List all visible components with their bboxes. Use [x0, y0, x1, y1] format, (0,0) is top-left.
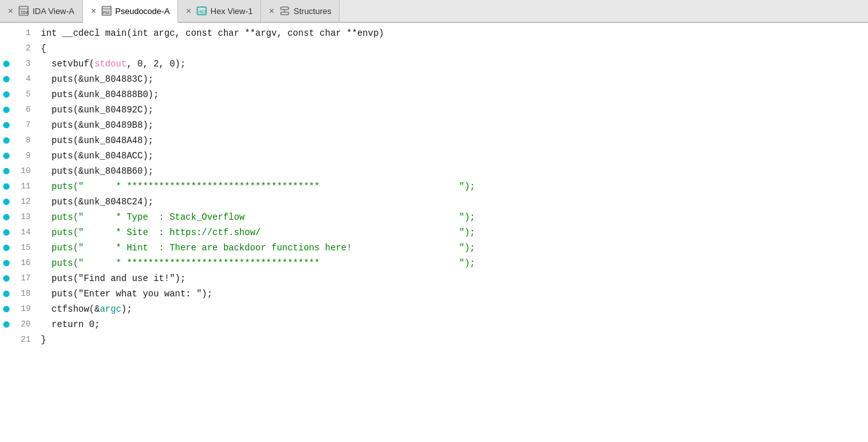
- line-content-20[interactable]: return 0;: [38, 317, 868, 332]
- svg-text:HEX: HEX: [198, 10, 207, 15]
- hex-view-icon: HEX: [197, 6, 207, 16]
- code-line-11: 11 puts(" * ****************************…: [0, 179, 868, 194]
- code-line-7: 7 puts(&unk_80489B8);: [0, 118, 868, 133]
- code-line-16: 16 puts(" * ****************************…: [0, 255, 868, 271]
- line-content-18[interactable]: puts("Enter what you want: ");: [38, 286, 868, 301]
- structures-icon: [280, 6, 290, 16]
- linenum-3: 3: [13, 56, 38, 72]
- svg-rect-9: [281, 12, 288, 15]
- line-content-6[interactable]: puts(&unk_804892C);: [38, 102, 868, 118]
- line-content-5[interactable]: puts(&unk_804888B0);: [38, 87, 868, 102]
- tab-pseudo-label: Pseudocode-A: [116, 6, 170, 16]
- code-line-9: 9 puts(&unk_8048ACC);: [0, 148, 868, 164]
- line-content-15[interactable]: puts(" * Hint : There are backdoor funct…: [38, 240, 868, 255]
- svg-text:IDA: IDA: [20, 10, 29, 15]
- code-line-15: 15 puts(" * Hint : There are backdoor fu…: [0, 240, 868, 255]
- linenum-8: 8: [13, 133, 38, 148]
- code-line-6: 6 puts(&unk_804892C);: [0, 102, 868, 118]
- bullet-20: [0, 321, 13, 328]
- code-line-8: 8 puts(&unk_8048A48);: [0, 133, 868, 148]
- line-content-14[interactable]: puts(" * Site : https://ctf.show/ ");: [38, 225, 868, 240]
- bullet-10: [0, 168, 13, 174]
- code-line-14: 14 puts(" * Site : https://ctf.show/ ");: [0, 225, 868, 240]
- line-content-4[interactable]: puts(&unk_804883C);: [38, 72, 868, 87]
- bullet-14: [0, 229, 13, 236]
- bullet-4: [0, 76, 13, 82]
- tab-close-struct[interactable]: ✕: [269, 7, 274, 15]
- bullet-7: [0, 122, 13, 128]
- line-content-10[interactable]: puts(&unk_8048B60);: [38, 164, 868, 179]
- code-line-18: 18 puts("Enter what you want: ");: [0, 286, 868, 301]
- tab-hex-label: Hex View-1: [211, 6, 253, 16]
- code-line-5: 5 puts(&unk_804888B0);: [0, 87, 868, 102]
- tab-ida-label: IDA View-A: [33, 6, 75, 16]
- tab-structures[interactable]: ✕ Structures: [261, 0, 340, 22]
- tab-pseudocode[interactable]: ✕ PSE Pseudocode-A: [83, 0, 178, 23]
- linenum-7: 7: [13, 118, 38, 133]
- pseudocode-icon: PSE: [101, 6, 112, 16]
- code-line-2: 2 {: [0, 41, 868, 56]
- tab-struct-label: Structures: [294, 6, 331, 16]
- line-content-8[interactable]: puts(&unk_8048A48);: [38, 133, 868, 148]
- code-line-12: 12 puts(&unk_8048C24);: [0, 194, 868, 210]
- linenum-17: 17: [13, 271, 38, 286]
- bullet-19: [0, 306, 13, 312]
- linenum-5: 5: [13, 87, 38, 102]
- bullet-11: [0, 183, 13, 190]
- linenum-2: 2: [13, 41, 38, 56]
- linenum-12: 12: [13, 194, 38, 210]
- bullet-16: [0, 260, 13, 266]
- bullet-9: [0, 153, 13, 159]
- code-line-17: 17 puts("Find and use it!");: [0, 271, 868, 286]
- tab-close-pseudo[interactable]: ✕: [91, 7, 96, 15]
- code-line-19: 19 ctfshow(&argc);: [0, 301, 868, 317]
- line-content-3[interactable]: setvbuf(stdout, 0, 2, 0);: [38, 56, 868, 72]
- bullet-18: [0, 291, 13, 297]
- line-content-11[interactable]: puts(" * *******************************…: [38, 179, 868, 194]
- bullet-15: [0, 245, 13, 251]
- svg-rect-8: [281, 7, 288, 10]
- line-content-13[interactable]: puts(" * Type : Stack_Overflow ");: [38, 210, 868, 225]
- linenum-11: 11: [13, 179, 38, 194]
- line-content-16[interactable]: puts(" * *******************************…: [38, 255, 868, 271]
- bullet-17: [0, 275, 13, 282]
- svg-text:PSE: PSE: [103, 10, 110, 15]
- code-line-1: 1 int __cdecl main(int argc, const char …: [0, 26, 868, 41]
- line-content-2[interactable]: {: [38, 41, 868, 56]
- linenum-16: 16: [13, 255, 38, 271]
- tab-close-ida[interactable]: ✕: [8, 7, 13, 15]
- linenum-18: 18: [13, 286, 38, 301]
- line-content-12[interactable]: puts(&unk_8048C24);: [38, 194, 868, 210]
- bullet-12: [0, 199, 13, 205]
- code-line-13: 13 puts(" * Type : Stack_Overflow ");: [0, 210, 868, 225]
- code-line-3: 3 setvbuf(stdout, 0, 2, 0);: [0, 56, 868, 72]
- linenum-20: 20: [13, 317, 38, 332]
- bullet-13: [0, 214, 13, 220]
- line-content-1[interactable]: int __cdecl main(int argc, const char **…: [38, 26, 868, 41]
- linenum-1: 1: [13, 26, 38, 41]
- line-content-19[interactable]: ctfshow(&argc);: [38, 301, 868, 317]
- tab-ida-view[interactable]: ✕ IDA IDA View-A: [0, 0, 83, 22]
- tab-bar: ✕ IDA IDA View-A ✕ PSE Pseudocode-A ✕ HE…: [0, 0, 868, 23]
- code-area: 1 int __cdecl main(int argc, const char …: [0, 23, 868, 442]
- line-content-21[interactable]: }: [38, 332, 868, 347]
- tab-hex-view[interactable]: ✕ HEX Hex View-1: [178, 0, 261, 22]
- tab-close-hex[interactable]: ✕: [186, 7, 191, 15]
- code-line-4: 4 puts(&unk_804883C);: [0, 72, 868, 87]
- line-content-7[interactable]: puts(&unk_80489B8);: [38, 118, 868, 133]
- linenum-21: 21: [13, 332, 38, 347]
- linenum-15: 15: [13, 240, 38, 255]
- code-line-21: 21 }: [0, 332, 868, 347]
- bullet-5: [0, 91, 13, 98]
- ida-view-icon: IDA: [19, 6, 29, 16]
- bullet-8: [0, 137, 13, 144]
- linenum-10: 10: [13, 164, 38, 179]
- code-line-20: 20 return 0;: [0, 317, 868, 332]
- bullet-3: [0, 61, 13, 67]
- linenum-14: 14: [13, 225, 38, 240]
- linenum-9: 9: [13, 148, 38, 164]
- line-content-9[interactable]: puts(&unk_8048ACC);: [38, 148, 868, 164]
- line-content-17[interactable]: puts("Find and use it!");: [38, 271, 868, 286]
- linenum-6: 6: [13, 102, 38, 118]
- linenum-13: 13: [13, 210, 38, 225]
